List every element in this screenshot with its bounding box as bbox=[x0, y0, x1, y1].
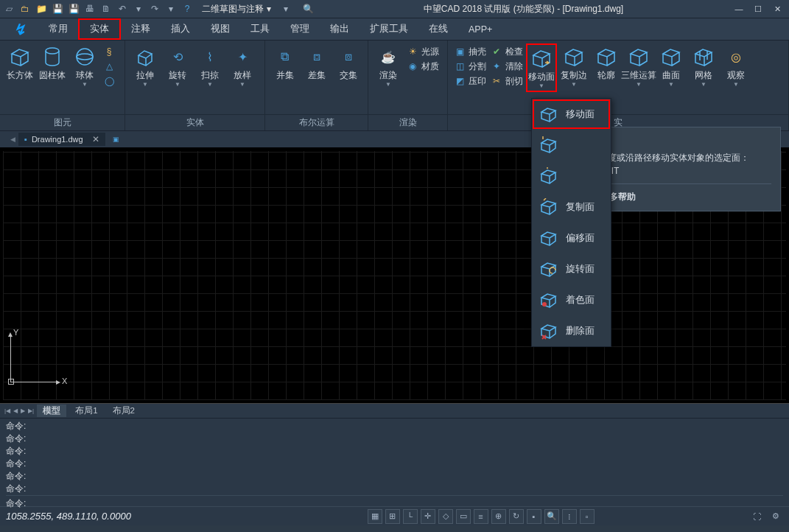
redo-dd-icon[interactable]: ▾ bbox=[165, 3, 177, 15]
tab-close-icon[interactable]: ✕ bbox=[92, 134, 99, 144]
tab-new-icon[interactable]: ▣ bbox=[110, 136, 122, 143]
search-icon[interactable]: 🔍 bbox=[302, 3, 314, 15]
ribbon-group-bool: ⧉并集 ⧈差集 ⧇交集 bbox=[265, 41, 368, 114]
lt-first-icon[interactable]: |◀ bbox=[4, 407, 10, 414]
helix-icon[interactable]: § bbox=[103, 45, 115, 58]
mesh-button[interactable]: 网格▼ bbox=[688, 43, 719, 89]
fm-offset-face[interactable]: 偏移面 bbox=[532, 223, 611, 253]
menu-view[interactable]: 视图 bbox=[200, 18, 240, 40]
sb-otrack-icon[interactable]: ▭ bbox=[456, 509, 471, 524]
clean-button[interactable]: ✦清除 bbox=[491, 60, 523, 73]
surface-button[interactable]: 曲面▼ bbox=[656, 43, 687, 89]
sb-extra-icon[interactable]: ⫶ bbox=[562, 509, 577, 524]
tab-prev-icon[interactable]: ◀ bbox=[7, 136, 18, 143]
loft-button[interactable]: ✦放样▼ bbox=[227, 43, 258, 89]
sb-ortho-icon[interactable]: └ bbox=[403, 509, 418, 524]
fm-copy-face[interactable]: 复制面 bbox=[532, 192, 611, 223]
menu-common[interactable]: 常用 bbox=[38, 18, 78, 40]
lt-last-icon[interactable]: ▶| bbox=[28, 407, 34, 414]
menu-annotate[interactable]: 注释 bbox=[121, 18, 161, 40]
command-panel[interactable]: 命令: 命令: 命令: 命令: 命令: 命令: 命令: bbox=[0, 418, 789, 506]
sweep-button[interactable]: ⌇扫掠▼ bbox=[194, 43, 225, 89]
view3d-button[interactable]: ◎观察▼ bbox=[720, 43, 751, 89]
menu-insert[interactable]: 插入 bbox=[161, 18, 200, 40]
light-button[interactable]: ☀光源 bbox=[407, 45, 439, 58]
3dcalc-button[interactable]: 三维运算▼ bbox=[623, 43, 654, 89]
layout-2[interactable]: 布局2 bbox=[107, 405, 141, 417]
help-icon[interactable]: ? bbox=[181, 3, 193, 15]
sb-extra2-icon[interactable]: ▫ bbox=[580, 509, 595, 524]
redo-icon[interactable]: ↷ bbox=[149, 3, 161, 15]
check-button[interactable]: ✔检查 bbox=[491, 45, 523, 58]
maximize-button[interactable]: ☐ bbox=[749, 2, 767, 15]
fm-color-face[interactable]: 着色面 bbox=[532, 284, 611, 315]
drawing-tab[interactable]: ▪ Drawing1.dwg ✕ bbox=[18, 133, 105, 146]
cone-icon[interactable]: △ bbox=[103, 60, 115, 73]
lt-next-icon[interactable]: ▶ bbox=[21, 407, 25, 414]
layout-model[interactable]: 模型 bbox=[37, 405, 66, 417]
preview-icon[interactable]: 🗎 bbox=[100, 3, 112, 15]
imprint-button[interactable]: ◩压印 bbox=[454, 74, 486, 88]
undo-icon[interactable]: ↶ bbox=[116, 3, 128, 15]
split-button[interactable]: ◫分割 bbox=[454, 60, 486, 73]
sb-dyn-icon[interactable]: ⊕ bbox=[491, 509, 506, 524]
quick-access-toolbar: ▱ 🗀 📁 💾 💾 🖶 🗎 ↶ ▾ ↷ ▾ ? 二维草图与注释 ▾ ▾ 🔍 bbox=[0, 3, 317, 15]
menu-output[interactable]: 输出 bbox=[320, 18, 360, 40]
intersect-button[interactable]: ⧇交集 bbox=[333, 43, 363, 83]
extrude-button[interactable]: 拉伸▼ bbox=[130, 43, 161, 89]
sb-full-icon[interactable]: ⛶ bbox=[749, 509, 764, 524]
silhouette-button[interactable]: 轮廓 bbox=[591, 43, 622, 83]
minimize-button[interactable]: — bbox=[730, 2, 748, 15]
print-icon[interactable]: 🖶 bbox=[84, 3, 96, 15]
save-icon[interactable]: 💾 bbox=[52, 3, 63, 15]
open-icon[interactable]: 🗀 bbox=[19, 3, 31, 15]
sb-gear-icon[interactable]: ⚙ bbox=[768, 509, 783, 524]
new-icon[interactable]: ▱ bbox=[3, 3, 15, 15]
workspace-dropdown[interactable]: 二维草图与注释 ▾ bbox=[197, 3, 276, 15]
menu-manage[interactable]: 管理 bbox=[280, 18, 320, 40]
menu-tools[interactable]: 工具 bbox=[240, 18, 280, 40]
torus-icon[interactable]: ◯ bbox=[103, 74, 115, 88]
sb-mag-icon[interactable]: 🔍 bbox=[544, 509, 559, 524]
qa-overflow-icon[interactable]: ▾ bbox=[280, 3, 292, 15]
close-button[interactable]: ✕ bbox=[768, 2, 786, 15]
copyedge-button[interactable]: 复制边▼ bbox=[558, 43, 589, 89]
sb-grid-icon[interactable]: ▦ bbox=[368, 509, 382, 524]
union-button[interactable]: ⧉并集 bbox=[270, 43, 300, 83]
fm-move-face[interactable]: 移动面 bbox=[532, 99, 611, 130]
sb-lwt-icon[interactable]: ≡ bbox=[474, 509, 488, 524]
app-logo[interactable]: ↯ bbox=[0, 18, 38, 40]
menu-solid[interactable]: 实体 bbox=[78, 18, 121, 40]
slice-button[interactable]: ✂剖切 bbox=[491, 74, 523, 88]
sb-model-icon[interactable]: ▪ bbox=[527, 509, 541, 524]
layout-1[interactable]: 布局1 bbox=[69, 405, 103, 417]
subtract-button[interactable]: ⧈差集 bbox=[301, 43, 332, 83]
render-button[interactable]: ☕渲染▼ bbox=[373, 43, 404, 89]
cmd-history-line: 命令: bbox=[6, 470, 783, 483]
ribbon-group-solidedit: ▣抽壳 ◫分割 ◩压印 ✔检查 ✦清除 ✂剖切 移动面▼ 复制边▼ 轮廓 三维运… bbox=[448, 41, 789, 114]
cylinder-button[interactable]: 圆柱体 bbox=[37, 43, 68, 83]
fm-item-2[interactable] bbox=[532, 130, 611, 161]
lt-prev-icon[interactable]: ◀ bbox=[13, 407, 18, 414]
revolve-button[interactable]: ⟲旋转▼ bbox=[162, 43, 193, 89]
sphere-button[interactable]: 球体▼ bbox=[69, 43, 100, 89]
sb-osnap-icon[interactable]: ◇ bbox=[438, 509, 453, 524]
material-button[interactable]: ◉材质 bbox=[407, 60, 439, 73]
fm-item-3[interactable] bbox=[532, 161, 611, 192]
saveas-icon[interactable]: 💾 bbox=[68, 3, 80, 15]
ribbon-group-render: ☕渲染▼ ☀光源 ◉材质 bbox=[368, 41, 448, 114]
sb-cycle-icon[interactable]: ↻ bbox=[509, 509, 524, 524]
fm-delete-face[interactable]: 删除面 bbox=[532, 315, 611, 346]
sb-snap-icon[interactable]: ⊞ bbox=[385, 509, 400, 524]
moveface-button[interactable]: 移动面▼ bbox=[526, 43, 557, 92]
sb-polar-icon[interactable]: ✛ bbox=[421, 509, 435, 524]
folder-icon[interactable]: 📁 bbox=[35, 3, 47, 15]
coordinates: 1058.2555, 489.1110, 0.0000 bbox=[6, 511, 212, 522]
menu-online[interactable]: 在线 bbox=[418, 18, 458, 40]
undo-dd-icon[interactable]: ▾ bbox=[133, 3, 144, 15]
fm-rotate-face[interactable]: 旋转面 bbox=[532, 253, 611, 284]
box-button[interactable]: 长方体 bbox=[4, 43, 35, 83]
menu-app[interactable]: APP+ bbox=[458, 18, 502, 40]
shell-button[interactable]: ▣抽壳 bbox=[454, 45, 486, 58]
menu-extend[interactable]: 扩展工具 bbox=[360, 18, 418, 40]
